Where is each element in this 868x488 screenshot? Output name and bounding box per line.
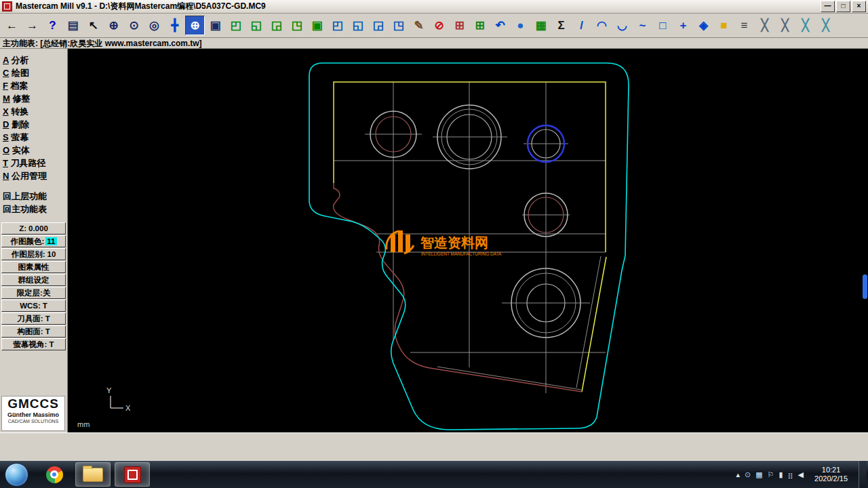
axis-x-label: X [125, 404, 131, 412]
gview-iso-icon[interactable]: ◳ [287, 16, 307, 35]
create-fillet-icon[interactable]: ◡ [612, 16, 632, 35]
graphics-canvas[interactable]: 智造资料网 INTELLIGENT MANUFACTURING DATA Y X… [68, 49, 868, 432]
mastercam-taskbar-icon [124, 466, 141, 483]
input-method-icon[interactable]: ⊙ [745, 471, 751, 479]
file-editor-icon[interactable]: ▤ [63, 16, 83, 35]
toolpath-display-icon[interactable]: ▦ [531, 16, 551, 35]
chrome-icon [46, 466, 63, 483]
analyze-cursor-icon[interactable]: ↖ [83, 16, 103, 35]
prompt-area [0, 432, 868, 461]
screen-info-icon[interactable]: ⊞ [470, 16, 490, 35]
network-icon[interactable]: ⣶ [788, 471, 793, 479]
toolbar: ←→?▤↖⊕⊙◎╋⊕▣◰◱◲◳▣◰◱◲◳✎⊘⊞⊞↶●▦Σ/◠◡~□+◈■≡╳╳╳… [0, 14, 868, 38]
menu-header: 主功能表: [总经销:欣昊实业 www.mastercam.com.tw] [0, 38, 868, 49]
delete-entity-icon[interactable]: ✎ [409, 16, 429, 35]
shading-icon[interactable]: ● [511, 16, 530, 35]
maximize-button[interactable]: □ [836, 1, 850, 12]
pan-icon[interactable]: ╋ [165, 16, 184, 35]
action-center-flag-icon[interactable]: ⚐ [768, 471, 774, 479]
cplane-side-icon[interactable]: ◲ [368, 16, 388, 35]
watermark-subtitle: INTELLIGENT MANUFACTURING DATA [421, 251, 502, 256]
sidebar-status: Z:0.000作图颜色:11作图层别:10图素属性群组设定限定层:关WCS:T刀… [0, 222, 67, 350]
trim-break-2-icon[interactable]: ╳ [775, 16, 795, 35]
cplane-front-icon[interactable]: ◱ [348, 16, 368, 35]
create-point-icon[interactable]: + [673, 16, 693, 35]
close-button[interactable]: × [852, 1, 866, 12]
status-wcs-button[interactable]: WCS:T [1, 300, 66, 312]
unzoom-08-icon[interactable]: ◎ [144, 16, 164, 35]
undo-icon[interactable]: ↶ [490, 16, 510, 35]
levels-list-icon[interactable]: ≡ [734, 16, 754, 35]
gview-side-icon[interactable]: ◲ [267, 16, 286, 35]
hidden-icons-icon[interactable]: ▴ [736, 471, 740, 479]
status-limit-level-button[interactable]: 限定层:关 [1, 287, 66, 299]
gmccs-logo: GMCCS Günther Massimo CAD/CAM SOLUTIONS [1, 396, 65, 431]
volume-icon[interactable]: ◀ [798, 471, 804, 479]
back-menu-button[interactable]: 回上层功能 [0, 190, 67, 203]
taskbar-app-mastercam[interactable] [115, 462, 150, 487]
menu-item-m[interactable]: M 修整 [0, 93, 67, 106]
menu-item-x[interactable]: X 转换 [0, 106, 67, 119]
status-attributes-button[interactable]: 图素属性 [1, 261, 66, 273]
explorer-folder-icon [83, 468, 103, 482]
menu-item-f[interactable]: F 档案 [0, 80, 67, 93]
gmccs-logo-line2: CAD/CAM SOLUTIONS [2, 418, 64, 424]
calculator-sigma-icon[interactable]: Σ [551, 16, 571, 35]
menu-item-n[interactable]: N 公用管理 [0, 170, 67, 183]
screen-statistics-icon[interactable]: ⊞ [450, 16, 469, 35]
create-rectangle-icon[interactable]: □ [653, 16, 673, 35]
show-desktop-button[interactable] [859, 461, 867, 488]
battery-icon[interactable]: ▮ [778, 471, 783, 479]
menu-item-a[interactable]: A 分析 [0, 54, 67, 67]
gmccs-logo-title: GMCCS [2, 396, 64, 411]
window-title: Mastercam Mill v9.1 - D:\资料网Mastercam编程\… [16, 1, 819, 12]
taskbar-clock[interactable]: 10:21 2020/2/15 [808, 466, 854, 483]
undelete-icon[interactable]: ⊘ [429, 16, 449, 35]
menu-item-s[interactable]: S 萤幕 [0, 131, 67, 144]
solids-manager-icon[interactable]: ■ [714, 16, 734, 35]
forward-icon[interactable]: → [22, 16, 42, 35]
taskbar-app-explorer[interactable] [75, 462, 111, 487]
status-construction-plane-button[interactable]: 构图面:T [1, 325, 66, 338]
back-icon[interactable]: ← [2, 16, 22, 35]
cplane-top-icon[interactable]: ◰ [328, 16, 347, 35]
status-graphics-view-button[interactable]: 萤幕视角:T [1, 338, 66, 350]
status-tool-plane-button[interactable]: 刀具面:T [1, 312, 66, 325]
menu-item-c[interactable]: C 绘图 [0, 67, 67, 80]
taskbar-app-chrome[interactable] [37, 463, 71, 486]
trim-break-1-icon[interactable]: ╳ [755, 16, 774, 35]
cad-drawing: 智造资料网 INTELLIGENT MANUFACTURING DATA Y X… [68, 49, 868, 432]
menu-item-d[interactable]: D 删除 [0, 119, 67, 131]
main-menu-button[interactable]: 回主功能表 [0, 203, 67, 216]
canvas-scrollbar-thumb[interactable] [863, 274, 867, 299]
zoom-window-icon[interactable]: ⊕ [104, 16, 123, 35]
window-controls: —□× [819, 1, 866, 12]
status-z-depth-button[interactable]: Z:0.000 [1, 222, 66, 235]
status-draw-color-button[interactable]: 作图颜色:11 [1, 235, 66, 247]
create-spline-icon[interactable]: ~ [633, 16, 652, 35]
gview-dynamic-icon[interactable]: ▣ [307, 16, 327, 35]
create-line-icon[interactable]: / [572, 16, 591, 35]
zoom-target-icon[interactable]: ⊙ [124, 16, 144, 35]
gview-top-icon[interactable]: ◰ [226, 16, 245, 35]
trim-break-3-icon[interactable]: ╳ [795, 16, 815, 35]
help-icon[interactable]: ? [43, 16, 62, 35]
xform-icon[interactable]: ◈ [694, 16, 713, 35]
sidebar: A 分析C 绘图F 档案M 修整X 转换D 删除S 萤幕O 实体T 刀具路径N … [0, 49, 68, 432]
trim-break-4-icon[interactable]: ╳ [816, 16, 835, 35]
axis-y-label: Y [106, 386, 112, 394]
repaint-icon[interactable]: ▣ [205, 16, 225, 35]
menu-item-t[interactable]: T 刀具路径 [0, 157, 67, 170]
start-button[interactable] [5, 463, 28, 487]
status-draw-level-button[interactable]: 作图层别:10 [1, 248, 66, 260]
security-center-icon[interactable]: ▦ [755, 471, 762, 479]
mastercam-window: Mastercam Mill v9.1 - D:\资料网Mastercam编程\… [0, 0, 868, 488]
zoom-fit-icon[interactable]: ⊕ [185, 16, 205, 35]
gview-front-icon[interactable]: ◱ [246, 16, 266, 35]
status-groups-button[interactable]: 群组设定 [1, 274, 66, 286]
clock-date: 2020/2/15 [814, 474, 848, 483]
menu-item-o[interactable]: O 实体 [0, 144, 67, 157]
cplane-3d-icon[interactable]: ◳ [389, 16, 408, 35]
create-arc-icon[interactable]: ◠ [592, 16, 612, 35]
minimize-button[interactable]: — [821, 1, 835, 12]
